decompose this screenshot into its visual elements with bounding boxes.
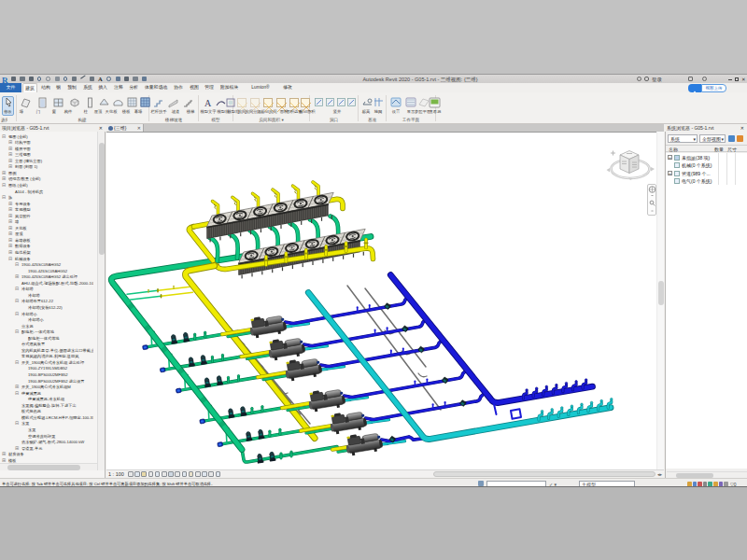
svg-text:A: A (204, 98, 212, 108)
